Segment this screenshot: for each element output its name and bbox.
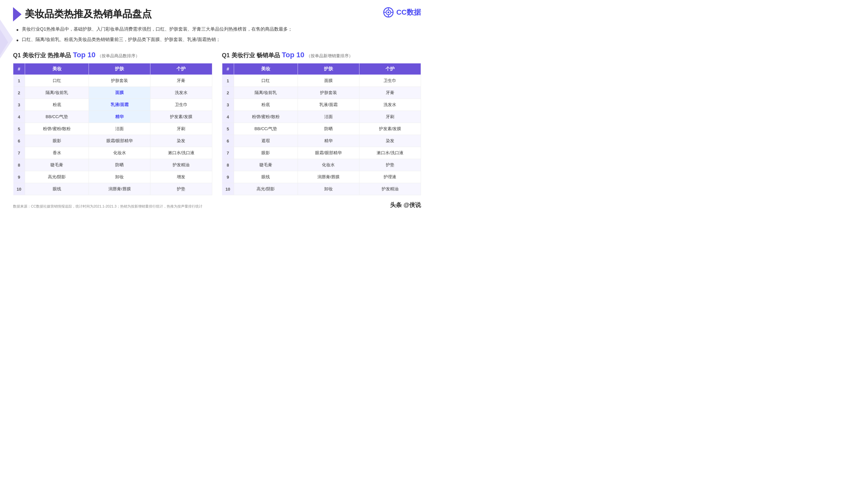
cell-col3: 增发 — [150, 171, 212, 183]
cell-col2: 润唇膏/唇膜 — [298, 171, 359, 183]
cell-col1: 粉饼/蜜粉/散粉 — [25, 123, 89, 135]
cell-col1: 粉饼/蜜粉/散粉 — [234, 111, 298, 123]
table1-title-top: Top 10 — [73, 51, 95, 59]
cell-rank: 1 — [222, 75, 234, 87]
table2-title-prefix: Q1 美妆行业 畅销单品 — [222, 52, 280, 59]
table-row: 9眼线润唇膏/唇膜护理液 — [222, 171, 421, 183]
cell-col1: 隔离/妆前乳 — [25, 87, 89, 99]
table-row: 5BB/CC/气垫防晒护发素/发膜 — [222, 123, 421, 135]
cell-rank: 2 — [222, 87, 234, 99]
cell-col1: 眼线 — [25, 183, 89, 195]
cell-col1: 香水 — [25, 147, 89, 159]
cell-col2: 润唇膏/唇膜 — [89, 183, 150, 195]
table-row: 7眼影眼霜/眼部精华漱口水/洗口液 — [222, 147, 421, 159]
cell-col3: 护发素/发膜 — [150, 111, 212, 123]
cell-col2: 化妆水 — [89, 147, 150, 159]
table-row: 10眼线润唇膏/唇膜护垫 — [13, 183, 212, 195]
cell-col2: 面膜 — [298, 75, 359, 87]
cell-col3: 护发精油 — [150, 159, 212, 171]
table-row: 10高光/阴影卸妆护发精油 — [222, 183, 421, 195]
cell-col2: 卸妆 — [89, 171, 150, 183]
cell-col1: 睫毛膏 — [25, 159, 89, 171]
table2: # 美妆 护肤 个护 1口红面膜卫生巾2隔离/妆前乳护肤套装牙膏3粉底乳液/面霜… — [222, 63, 421, 195]
table2-col-rank: # — [222, 63, 234, 75]
cell-col3: 卫生巾 — [150, 99, 212, 111]
table1-col-makeup: 美妆 — [25, 63, 89, 75]
cell-col3: 护发素/发膜 — [359, 123, 421, 135]
cell-col1: 遮瑕 — [234, 135, 298, 147]
cell-col2: 护肤套装 — [89, 75, 150, 87]
table-row: 6遮瑕精华染发 — [222, 135, 421, 147]
bullet-text-2: 口红、隔离/妆前乳、粉底为美妆品类热销销量前三，护肤品类下面膜、护肤套装、乳液/… — [22, 36, 220, 43]
cell-col2: 乳液/面霜 — [298, 99, 359, 111]
page-header: 美妆品类热推及热销单品盘点 CC数据 — [13, 6, 421, 22]
cell-col2: 防晒 — [89, 159, 150, 171]
cell-col3: 洗发水 — [359, 99, 421, 111]
cell-rank: 9 — [13, 171, 25, 183]
page: 美妆品类热推及热销单品盘点 CC数据 • 美妆行业Q1热推单品中，基础护肤、入门… — [0, 0, 434, 244]
title-block: 美妆品类热推及热销单品盘点 — [13, 6, 152, 22]
cell-rank: 6 — [222, 135, 234, 147]
bg-decoration-2 — [0, 29, 8, 55]
cell-col2: 护肤套装 — [298, 87, 359, 99]
cell-col3: 护垫 — [150, 183, 212, 195]
table-row: 4粉饼/蜜粉/散粉洁面牙刷 — [222, 111, 421, 123]
cell-col3: 牙膏 — [359, 87, 421, 99]
cell-rank: 8 — [222, 159, 234, 171]
table2-title-top: Top 10 — [282, 51, 304, 59]
cell-col2: 洁面 — [89, 123, 150, 135]
cell-col1: 睫毛膏 — [234, 159, 298, 171]
cell-rank: 7 — [13, 147, 25, 159]
cell-col3: 染发 — [150, 135, 212, 147]
cc-logo-icon — [382, 6, 394, 18]
cell-col1: 高光/阴影 — [234, 183, 298, 195]
table2-title: Q1 美妆行业 畅销单品 Top 10 （按单品新增销量排序） — [222, 51, 421, 59]
footer-note: 数据来源：CC数据社媒营销情报追踪，统计时间为2021.1-2021.3；热销为… — [13, 204, 203, 209]
bullet-2: • 口红、隔离/妆前乳、粉底为美妆品类热销销量前三，护肤品类下面膜、护肤套装、乳… — [16, 36, 421, 45]
table1-col-skincare: 护肤 — [89, 63, 150, 75]
cell-col1: 眼线 — [234, 171, 298, 183]
bullet-text-1: 美妆行业Q1热推单品中，基础护肤、入门彩妆单品消费需求强烈，口红、护肤套装、牙膏… — [22, 25, 292, 33]
cell-col1: BB/CC/气垫 — [234, 123, 298, 135]
table1-title: Q1 美妆行业 热推单品 Top 10 （按单品商品数排序） — [13, 51, 212, 59]
table1-title-prefix: Q1 美妆行业 热推单品 — [13, 52, 71, 59]
table-row: 7香水化妆水漱口水/洗口液 — [13, 147, 212, 159]
bullet-dot-1: • — [16, 25, 19, 34]
table1-header-row: # 美妆 护肤 个护 — [13, 63, 212, 75]
table1-title-suffix: （按单品商品数排序） — [97, 53, 140, 59]
cell-col2: 乳液/面霜 — [89, 99, 150, 111]
table-row: 8睫毛膏化妆水护垫 — [222, 159, 421, 171]
table-row: 2隔离/妆前乳护肤套装牙膏 — [222, 87, 421, 99]
cell-col1: 隔离/妆前乳 — [234, 87, 298, 99]
bullet-1: • 美妆行业Q1热推单品中，基础护肤、入门彩妆单品消费需求强烈，口红、护肤套装、… — [16, 25, 421, 34]
table-row: 8睫毛膏防晒护发精油 — [13, 159, 212, 171]
cell-col1: 粉底 — [234, 99, 298, 111]
table-row: 3粉底乳液/面霜卫生巾 — [13, 99, 212, 111]
table1: # 美妆 护肤 个护 1口红护肤套装牙膏2隔离/妆前乳面膜洗发水3粉底乳液/面霜… — [13, 63, 212, 195]
tables-section: Q1 美妆行业 热推单品 Top 10 （按单品商品数排序） CC数据 # 美妆… — [13, 51, 421, 195]
table2-col-makeup: 美妆 — [234, 63, 298, 75]
title-arrow-icon — [13, 7, 22, 22]
cell-col1: BB/CC/气垫 — [25, 111, 89, 123]
table2-header-row: # 美妆 护肤 个护 — [222, 63, 421, 75]
cell-rank: 3 — [222, 99, 234, 111]
cell-col1: 口红 — [25, 75, 89, 87]
cell-col2: 精华 — [298, 135, 359, 147]
bullets-section: • 美妆行业Q1热推单品中，基础护肤、入门彩妆单品消费需求强烈，口红、护肤套装、… — [13, 25, 421, 45]
table-row: 2隔离/妆前乳面膜洗发水 — [13, 87, 212, 99]
cell-col2: 化妆水 — [298, 159, 359, 171]
cell-col1: 高光/阴影 — [25, 171, 89, 183]
logo-text: CC数据 — [396, 7, 421, 17]
cell-col3: 护垫 — [359, 159, 421, 171]
cell-rank: 10 — [13, 183, 25, 195]
cell-col3: 牙刷 — [150, 123, 212, 135]
cell-col1: 粉底 — [25, 99, 89, 111]
page-title: 美妆品类热推及热销单品盘点 — [25, 8, 152, 20]
cell-rank: 2 — [13, 87, 25, 99]
table-row: 5粉饼/蜜粉/散粉洁面牙刷 — [13, 123, 212, 135]
cell-col3: 漱口水/洗口液 — [359, 147, 421, 159]
table2-col-personal: 个护 — [359, 63, 421, 75]
table-row: 4BB/CC/气垫精华护发素/发膜 — [13, 111, 212, 123]
cell-col3: 护发精油 — [359, 183, 421, 195]
cell-col1: 眼影 — [25, 135, 89, 147]
